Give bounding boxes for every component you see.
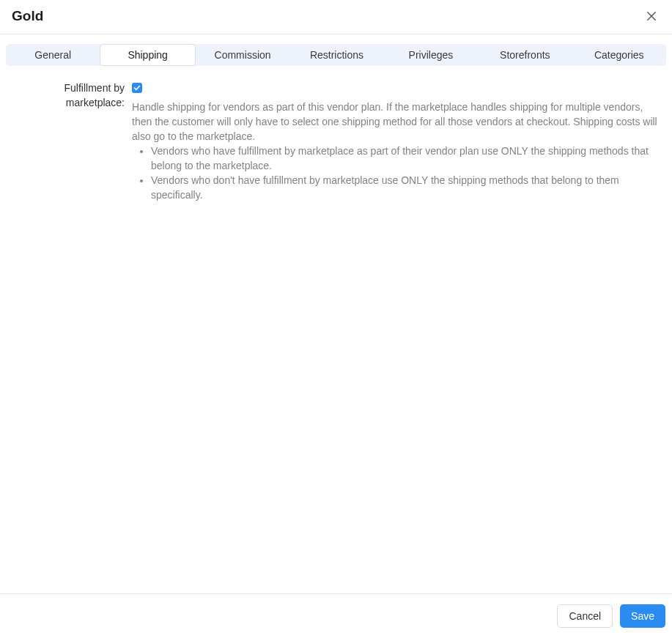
- tab-privileges[interactable]: Privileges: [384, 44, 478, 66]
- fulfillment-description: Handle shipping for vendors as part of t…: [132, 100, 663, 144]
- fulfillment-label: Fulfillment by marketplace:: [7, 81, 132, 110]
- fulfillment-bullet: Vendors who don't have fulfillment by ma…: [151, 173, 663, 202]
- tab-label: Categories: [594, 49, 644, 61]
- close-button[interactable]: [643, 7, 660, 25]
- checkbox-wrap: [132, 81, 663, 95]
- check-icon: [133, 84, 141, 92]
- fulfillment-row: Fulfillment by marketplace: Handle shipp…: [7, 81, 665, 202]
- tab-commission[interactable]: Commission: [196, 44, 289, 66]
- tab-restrictions[interactable]: Restrictions: [289, 44, 383, 66]
- close-icon: [645, 10, 658, 23]
- tab-label: Shipping: [128, 49, 168, 61]
- dialog-header: Gold: [0, 0, 672, 34]
- tab-shipping[interactable]: Shipping: [100, 44, 195, 66]
- dialog-footer: Cancel Save: [0, 593, 672, 638]
- button-label: Save: [631, 610, 654, 622]
- tab-content: Fulfillment by marketplace: Handle shipp…: [0, 66, 672, 202]
- fulfillment-bullet: Vendors who have fulfillment by marketpl…: [151, 144, 663, 173]
- tab-general[interactable]: General: [6, 44, 100, 66]
- fulfillment-checkbox[interactable]: [132, 83, 142, 93]
- tabs-container: General Shipping Commission Restrictions…: [0, 34, 672, 66]
- tab-label: Commission: [215, 49, 271, 61]
- dialog-title: Gold: [12, 8, 43, 24]
- tab-categories[interactable]: Categories: [572, 44, 666, 66]
- tab-label: Restrictions: [310, 49, 363, 61]
- tab-label: General: [34, 49, 71, 61]
- fulfillment-bullet-list: Vendors who have fulfillment by marketpl…: [132, 144, 663, 202]
- cancel-button[interactable]: Cancel: [557, 604, 613, 628]
- tab-label: Storefronts: [500, 49, 550, 61]
- tab-label: Privileges: [409, 49, 454, 61]
- fulfillment-value: Handle shipping for vendors as part of t…: [132, 81, 665, 202]
- button-label: Cancel: [569, 610, 601, 622]
- tabs: General Shipping Commission Restrictions…: [6, 44, 666, 66]
- save-button[interactable]: Save: [620, 604, 665, 628]
- tab-storefronts[interactable]: Storefronts: [478, 44, 572, 66]
